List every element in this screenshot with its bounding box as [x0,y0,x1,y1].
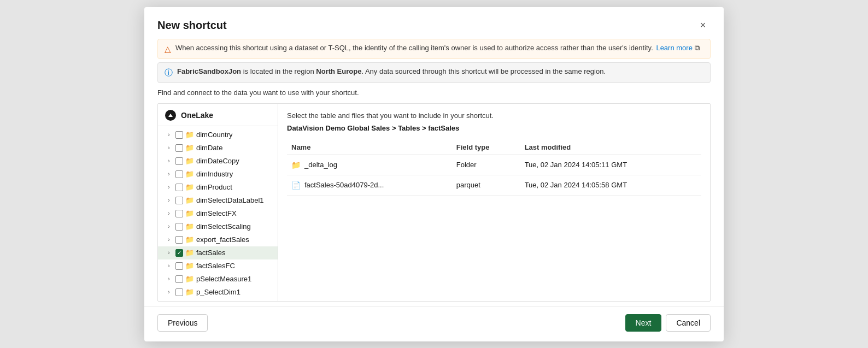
previous-button[interactable]: Previous [157,314,208,332]
folder-icon: 📁 [185,183,194,192]
detail-instruction: Select the table and files that you want… [287,111,701,120]
tree-item-checkbox[interactable] [175,223,183,231]
tree-item-label: dimSelectFX [196,209,237,217]
detail-panel: Select the table and files that you want… [278,104,710,301]
tree-item[interactable]: ›📁factSales [158,246,278,259]
col-last-modified: Last modified [520,140,701,155]
sidebar-header-label: OneLake [181,111,213,120]
tree-item[interactable]: ›📁dimSelectFX [158,207,278,220]
tree-item[interactable]: ›📁dimIndustry [158,168,278,181]
info-icon: ⓘ [165,68,173,78]
expand-icon[interactable]: › [165,275,173,284]
dialog-footer: Previous Next Cancel [144,306,724,341]
expand-icon[interactable]: › [165,196,173,205]
file-table: Name Field type Last modified 📁_delta_lo… [287,140,701,196]
tree-item-checkbox[interactable] [175,170,183,178]
external-icon: ⧉ [695,44,700,52]
tree-item-label: factSalesFC [196,262,235,270]
expand-icon[interactable]: › [165,222,173,231]
col-name: Name [287,140,452,155]
tree-item-label: dimDate [196,144,222,152]
onelake-logo-icon [165,109,177,121]
folder-icon: 📁 [291,161,301,169]
tree-item-label: dimDateCopy [196,157,239,165]
tree-item-checkbox[interactable] [175,262,183,270]
tree-list: ›📁dimCountry›📁dimDate›📁dimDateCopy›📁dimI… [158,126,278,301]
file-type-cell: Folder [452,155,520,175]
learn-more-link[interactable]: Learn more [656,44,692,52]
tree-item-checkbox[interactable] [175,131,183,139]
tree-item[interactable]: ›📁factSalesFC [158,259,278,273]
tree-item-label: pSelectMeasure1 [196,275,251,283]
tree-item[interactable]: ›📁dimSelectScaling [158,220,278,233]
col-field-type: Field type [452,140,520,155]
file-modified-cell: Tue, 02 Jan 2024 14:05:11 GMT [520,155,701,175]
folder-icon: 📁 [185,262,194,270]
tree-item[interactable]: ›📁dimDate [158,141,278,155]
expand-icon[interactable]: › [165,288,173,297]
expand-icon[interactable]: › [165,209,173,218]
tree-item[interactable]: ›📁dimCountry [158,128,278,141]
tree-item[interactable]: ›📁dimSelectDataLabel1 [158,194,278,207]
tree-item[interactable]: ›📁export_factSales [158,233,278,246]
expand-icon[interactable]: › [165,131,173,139]
expand-icon[interactable]: › [165,183,173,192]
tree-item-checkbox[interactable] [175,197,183,204]
expand-icon[interactable]: › [165,144,173,152]
folder-icon: 📁 [185,249,194,257]
expand-icon[interactable]: › [165,235,173,244]
tree-item-label: dimSelectScaling [196,222,251,231]
tree-item-label: factSales [196,249,225,257]
folder-icon: 📁 [185,144,194,152]
warning-text: When accessing this shortcut using a dat… [175,44,700,52]
tree-item-label: dimIndustry [196,170,233,178]
folder-icon: 📁 [185,196,194,205]
expand-icon[interactable]: › [165,170,173,179]
close-button[interactable]: × [695,18,711,33]
tree-item-checkbox[interactable] [175,157,183,165]
breadcrumb: DataVision Demo Global Sales > Tables > … [287,124,701,132]
tree-item-label: dimProduct [196,183,232,191]
file-icon: 📄 [291,181,301,190]
dialog-header: New shortcut × [144,7,724,39]
dialog-title: New shortcut [157,19,227,32]
tree-item-label: dimCountry [196,131,232,139]
table-row[interactable]: 📁_delta_logFolderTue, 02 Jan 2024 14:05:… [287,155,701,175]
sidebar-header: OneLake [158,104,278,126]
folder-icon: 📁 [185,275,194,284]
tree-item-checkbox[interactable] [175,249,183,257]
tree-item-checkbox[interactable] [175,144,183,152]
tree-item-checkbox[interactable] [175,210,183,217]
table-row[interactable]: 📄factSales-50ad4079-2d...parquetTue, 02 … [287,175,701,195]
tree-item-checkbox[interactable] [175,236,183,244]
file-name-cell: 📁_delta_log [287,155,452,175]
tree-item-checkbox[interactable] [175,184,183,191]
tree-item[interactable]: ›📁p_SelectDim1 [158,286,278,299]
expand-icon[interactable]: › [165,157,173,166]
file-name-text: _delta_log [304,161,337,169]
next-button[interactable]: Next [625,314,662,332]
tree-item-checkbox[interactable] [175,288,183,296]
tree-item[interactable]: ›📁dimProduct [158,181,278,194]
main-content: OneLake ›📁dimCountry›📁dimDate›📁dimDateCo… [157,103,711,302]
folder-icon: 📁 [185,235,194,244]
info-alert: ⓘ FabricSandboxJon is located in the reg… [157,62,711,83]
tree-item-label: export_factSales [196,235,249,244]
backdrop: New shortcut × △ When accessing this sho… [0,0,868,348]
folder-icon: 📁 [185,288,194,297]
file-modified-cell: Tue, 02 Jan 2024 14:05:58 GMT [520,175,701,195]
tree-item-checkbox[interactable] [175,275,183,283]
info-text: FabricSandboxJon is located in the regio… [177,67,606,75]
expand-icon[interactable]: › [165,249,173,257]
dialog: New shortcut × △ When accessing this sho… [144,7,724,341]
folder-icon: 📁 [185,131,194,139]
tree-item[interactable]: ›📁dimDateCopy [158,155,278,168]
tree-item[interactable]: ›📁pSelectMeasure1 [158,273,278,286]
expand-icon[interactable]: › [165,262,173,270]
file-type-cell: parquet [452,175,520,195]
tree-item-label: dimSelectDataLabel1 [196,196,264,204]
subtitle: Find and connect to the data you want to… [157,89,711,97]
cancel-button[interactable]: Cancel [666,314,711,332]
tree-item-label: p_SelectDim1 [196,288,241,296]
file-name-text: factSales-50ad4079-2d... [304,181,384,189]
